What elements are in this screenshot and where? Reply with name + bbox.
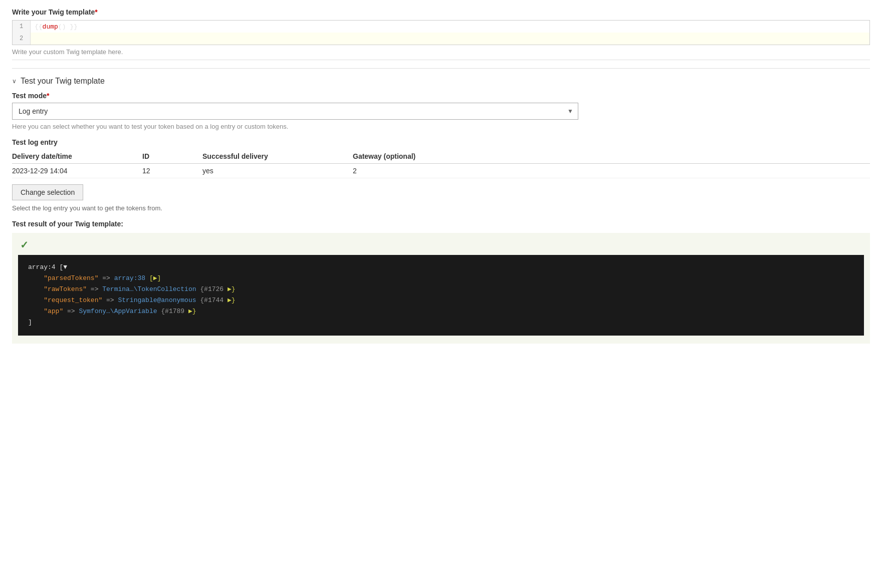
change-selection-button[interactable]: Change selection — [12, 184, 83, 200]
test-mode-select-wrapper: Log entry Custom tokens ▼ — [12, 103, 578, 120]
result-line-5: "app" => Symfony…\AppVariable {#1789 ▶} — [28, 306, 854, 317]
test-mode-select[interactable]: Log entry Custom tokens — [12, 103, 578, 120]
result-line-3: "rawTokens" => Termina…\TokenCollection … — [28, 284, 854, 295]
result-line-1: array:4 [▼ — [28, 262, 854, 273]
test-mode-label: Test mode* — [12, 92, 870, 100]
cell-gateway: 2 — [353, 164, 870, 178]
required-star: * — [95, 8, 97, 16]
line-content-2 — [31, 33, 869, 45]
result-line-6: ] — [28, 317, 854, 328]
col-header-datetime: Delivery date/time — [12, 149, 142, 164]
test-mode-group: Test mode* Log entry Custom tokens ▼ Her… — [12, 92, 870, 130]
col-header-id: ID — [142, 149, 202, 164]
test-section-title: Test your Twig template — [21, 77, 105, 86]
test-mode-required: * — [47, 92, 49, 100]
table-header-row: Delivery date/time ID Successful deliver… — [12, 149, 870, 164]
table-row: 2023-12-29 14:04 12 yes 2 — [12, 164, 870, 178]
code-line-1: 1 {{ dump() }} — [13, 21, 869, 33]
log-table: Delivery date/time ID Successful deliver… — [12, 149, 870, 178]
select-hint: Select the log entry you want to get the… — [12, 204, 870, 212]
cell-datetime: 2023-12-29 14:04 — [12, 164, 142, 178]
collapsible-header[interactable]: ∨ Test your Twig template — [12, 69, 870, 92]
twig-template-label: Write your Twig template* — [12, 8, 870, 16]
result-code-block: array:4 [▼ "parsedTokens" => array:38 [▶… — [18, 255, 864, 336]
line-number-1: 1 — [13, 21, 31, 33]
template-hint: Write your custom Twig template here. — [12, 48, 870, 56]
code-editor[interactable]: 1 {{ dump() }} 2 — [12, 20, 870, 45]
cell-id: 12 — [142, 164, 202, 178]
col-header-delivery: Successful delivery — [202, 149, 353, 164]
test-log-entry-label: Test log entry — [12, 138, 870, 146]
test-result-label: Test result of your Twig template: — [12, 220, 870, 228]
result-line-4: "request_token" => Stringable@anonymous … — [28, 295, 854, 306]
result-container: ✓ array:4 [▼ "parsedTokens" => array:38 … — [12, 233, 870, 344]
test-section: ∨ Test your Twig template Test mode* Log… — [12, 69, 870, 344]
col-header-gateway: Gateway (optional) — [353, 149, 870, 164]
test-mode-hint: Here you can select whether you want to … — [12, 123, 870, 130]
result-line-2: "parsedTokens" => array:38 [▶] — [28, 273, 854, 284]
line-number-2: 2 — [13, 33, 31, 45]
line-content-1: {{ dump() }} — [31, 21, 869, 33]
code-line-2: 2 — [13, 33, 869, 45]
cell-delivery: yes — [202, 164, 353, 178]
success-check-icon: ✓ — [12, 239, 870, 255]
chevron-down-icon: ∨ — [12, 78, 17, 85]
code-keyword-dump: dump — [43, 23, 58, 31]
